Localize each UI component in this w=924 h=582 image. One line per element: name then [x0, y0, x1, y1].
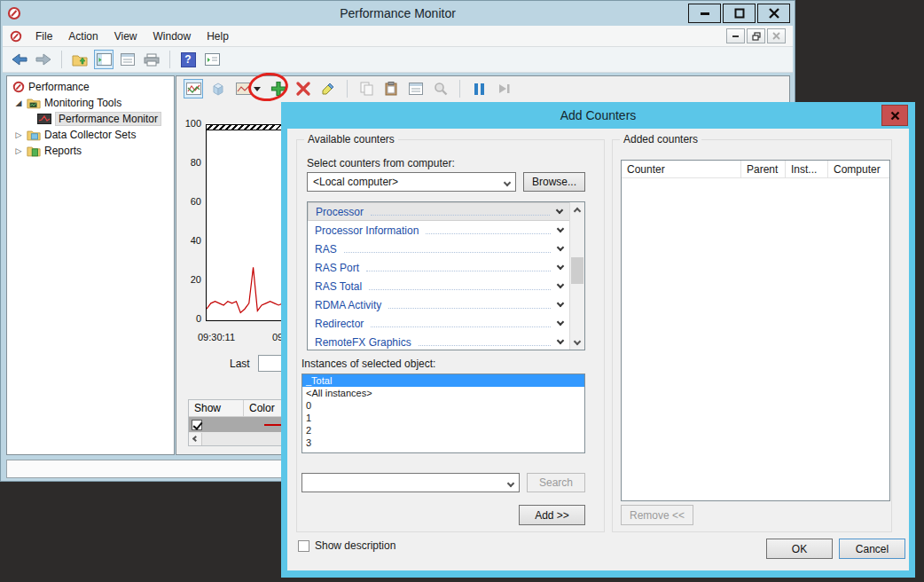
- instance-item-total[interactable]: _Total: [302, 374, 584, 387]
- show-counter-checkbox[interactable]: [192, 420, 202, 430]
- legend-show-header[interactable]: Show: [189, 400, 244, 416]
- tree-item-performance[interactable]: Performance: [7, 79, 174, 95]
- instance-search-combobox[interactable]: [301, 473, 520, 492]
- browse-button-label: Browse...: [532, 176, 576, 188]
- view-current-activity-button[interactable]: [184, 79, 203, 98]
- toolbar-separator: [347, 80, 348, 98]
- show-console-tree-button[interactable]: [94, 50, 114, 69]
- close-button[interactable]: [757, 4, 790, 23]
- cancel-button[interactable]: Cancel: [839, 539, 905, 559]
- child-minimize-button[interactable]: [726, 28, 745, 43]
- instance-item-3[interactable]: 3: [302, 436, 584, 449]
- counter-item-ras[interactable]: RAS: [308, 240, 584, 258]
- step-forward-icon: [497, 83, 511, 95]
- chevron-down-icon[interactable]: [557, 300, 564, 307]
- back-button[interactable]: [10, 50, 29, 69]
- counter-list-scrollbar[interactable]: [569, 202, 584, 350]
- delete-counter-button[interactable]: [294, 79, 313, 98]
- menu-action[interactable]: Action: [60, 28, 106, 45]
- expander-collapsed-icon[interactable]: ▷: [14, 146, 23, 155]
- tree-label: Data Collector Sets: [44, 129, 136, 141]
- computer-combobox[interactable]: <Local computer>: [307, 172, 516, 192]
- counter-item-remotefx-graphics[interactable]: RemoteFX Graphics: [308, 333, 584, 351]
- properties-window-icon: [121, 53, 135, 66]
- copy-properties-button[interactable]: [356, 79, 376, 98]
- highlight-button[interactable]: [318, 79, 338, 98]
- chevron-down-icon[interactable]: [557, 337, 564, 344]
- scroll-down-button[interactable]: [570, 335, 584, 350]
- tree-item-performance-monitor[interactable]: Performance Monitor: [7, 111, 174, 127]
- dialog-close-button[interactable]: [881, 105, 908, 126]
- search-button[interactable]: Search: [527, 473, 585, 492]
- child-restore-button[interactable]: [747, 28, 765, 43]
- counter-label: RAS Port: [315, 262, 359, 274]
- update-data-button[interactable]: [494, 79, 513, 98]
- console-tree-button[interactable]: [202, 50, 222, 69]
- minimize-button[interactable]: [688, 4, 721, 23]
- magnifier-icon: [434, 82, 448, 96]
- instance-item-all-instances[interactable]: <All instances>: [302, 387, 584, 399]
- scroll-left-button[interactable]: [189, 433, 202, 445]
- tree-item-data-collector-sets[interactable]: ▷ Data Collector Sets: [7, 127, 174, 143]
- scroll-up-button[interactable]: [570, 202, 584, 216]
- print-button[interactable]: [142, 50, 161, 69]
- column-instance[interactable]: Inst...: [786, 161, 828, 177]
- instance-item-0[interactable]: 0: [302, 399, 584, 412]
- scrollbar-thumb[interactable]: [571, 257, 583, 284]
- instance-list: _Total <All instances> 0 1 2 3: [301, 374, 585, 453]
- counter-label: Redirector: [315, 318, 364, 330]
- freeze-display-button[interactable]: [469, 79, 489, 98]
- counter-item-rdma-activity[interactable]: RDMA Activity: [308, 295, 584, 314]
- chevron-down-icon[interactable]: [557, 244, 564, 251]
- menu-file[interactable]: File: [27, 28, 60, 45]
- tree-item-reports[interactable]: ▷ Reports: [7, 143, 174, 159]
- chevron-down-icon[interactable]: [557, 281, 564, 288]
- instance-item-1[interactable]: 1: [302, 412, 584, 424]
- menu-view[interactable]: View: [106, 28, 145, 45]
- ok-button-label: OK: [792, 543, 807, 555]
- forward-button[interactable]: [34, 50, 53, 69]
- chevron-down-icon[interactable]: [556, 207, 563, 214]
- select-computer-label: Select counters from computer:: [307, 157, 455, 169]
- chevron-down-icon[interactable]: [557, 319, 564, 326]
- child-close-button[interactable]: [767, 28, 786, 43]
- column-computer[interactable]: Computer: [828, 161, 889, 177]
- menu-window[interactable]: Window: [145, 28, 200, 45]
- counter-item-ras-total[interactable]: RAS Total: [308, 277, 584, 295]
- instance-label: <All instances>: [306, 388, 372, 398]
- chevron-down-icon[interactable]: [557, 225, 564, 232]
- help-button[interactable]: ?: [178, 50, 198, 69]
- counter-item-redirector[interactable]: Redirector: [308, 314, 584, 333]
- zoom-button[interactable]: [431, 79, 450, 98]
- show-description-checkbox[interactable]: [298, 540, 309, 552]
- maximize-button[interactable]: [723, 4, 756, 23]
- remove-button-label: Remove <<: [630, 509, 685, 522]
- chevron-down-icon[interactable]: [557, 263, 564, 270]
- menu-help[interactable]: Help: [199, 28, 237, 45]
- export-button[interactable]: [70, 50, 90, 69]
- tree-item-monitoring-tools[interactable]: ◢ Monitoring Tools: [7, 95, 174, 111]
- counter-item-processor-information[interactable]: Processor Information: [308, 221, 584, 240]
- browse-button[interactable]: Browse...: [523, 172, 585, 192]
- add-button[interactable]: Add >>: [519, 505, 585, 525]
- show-description-control[interactable]: Show description: [298, 539, 395, 552]
- graph-properties-button[interactable]: [406, 79, 426, 98]
- column-counter[interactable]: Counter: [622, 161, 741, 177]
- instance-label: 0: [306, 400, 311, 411]
- expander-collapsed-icon[interactable]: ▷: [14, 130, 23, 139]
- counter-label: Processor Information: [315, 224, 419, 237]
- properties-button[interactable]: [118, 50, 137, 69]
- log-cube-icon: [211, 83, 225, 96]
- counter-item-ras-port[interactable]: RAS Port: [308, 258, 584, 277]
- help-icon: ?: [181, 52, 196, 67]
- instance-item-2[interactable]: 2: [302, 424, 584, 436]
- printer-icon: [144, 53, 160, 67]
- view-log-data-button[interactable]: [208, 79, 228, 98]
- column-parent[interactable]: Parent: [741, 161, 786, 177]
- remove-button[interactable]: Remove <<: [621, 505, 693, 525]
- paste-counter-list-button[interactable]: [381, 79, 401, 98]
- ok-button[interactable]: OK: [766, 539, 833, 559]
- expander-expanded-icon[interactable]: ◢: [14, 98, 23, 107]
- counter-item-processor[interactable]: Processor: [308, 202, 584, 221]
- instance-label: _Total: [306, 375, 332, 386]
